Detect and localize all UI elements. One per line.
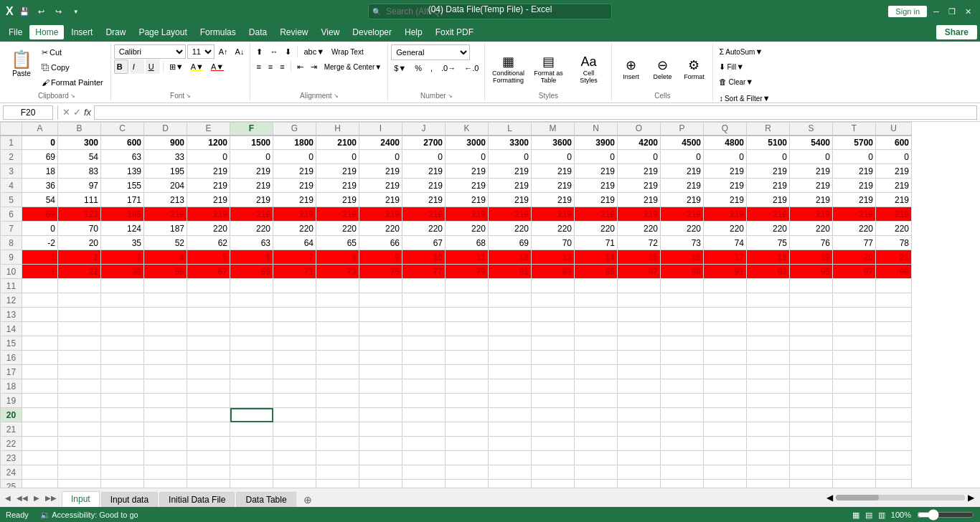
table-cell[interactable]: 219 [532, 207, 575, 222]
menu-page-layout[interactable]: Page Layout [133, 25, 192, 39]
table-cell[interactable] [532, 322, 575, 336]
table-cell[interactable]: 65 [316, 236, 359, 250]
table-cell[interactable]: 600 [876, 136, 912, 150]
table-cell[interactable] [618, 351, 661, 365]
table-cell[interactable]: 219 [618, 193, 661, 207]
table-cell[interactable]: 54 [58, 150, 101, 164]
table-cell[interactable]: 220 [876, 222, 912, 236]
table-cell[interactable]: 0 [316, 150, 359, 164]
table-cell[interactable]: 219 [790, 179, 833, 193]
table-cell[interactable] [187, 336, 230, 351]
table-cell[interactable] [144, 408, 187, 422]
table-cell[interactable]: 219 [273, 193, 316, 207]
table-cell[interactable]: 0 [359, 150, 402, 164]
table-cell[interactable] [661, 293, 704, 308]
table-cell[interactable]: 219 [316, 164, 359, 179]
table-cell[interactable] [489, 422, 532, 437]
table-cell[interactable]: 0 [876, 150, 912, 164]
table-cell[interactable]: 219 [402, 207, 446, 222]
table-cell[interactable]: 220 [661, 222, 704, 236]
table-cell[interactable] [316, 293, 359, 308]
table-cell[interactable] [446, 480, 489, 488]
table-cell[interactable]: 219 [230, 193, 273, 207]
table-cell[interactable] [273, 422, 316, 437]
table-cell[interactable] [618, 293, 661, 308]
table-cell[interactable]: 219 [489, 179, 532, 193]
table-cell[interactable]: 78 [876, 236, 912, 250]
table-cell[interactable]: 219 [489, 164, 532, 179]
table-cell[interactable] [489, 451, 532, 465]
table-cell[interactable] [661, 308, 704, 322]
table-cell[interactable]: 81 [489, 265, 532, 279]
table-cell[interactable]: 70 [58, 222, 101, 236]
col-header-R[interactable]: R [747, 123, 790, 136]
col-header-G[interactable]: G [273, 123, 316, 136]
table-cell[interactable] [575, 480, 618, 488]
table-cell[interactable] [833, 308, 876, 322]
table-cell[interactable] [532, 422, 575, 437]
table-cell[interactable] [532, 365, 575, 379]
align-center-icon[interactable]: ≡ [265, 60, 275, 74]
table-cell[interactable]: 89 [661, 265, 704, 279]
table-cell[interactable] [704, 394, 747, 408]
table-cell[interactable]: 5400 [790, 136, 833, 150]
table-cell[interactable]: 220 [402, 222, 446, 236]
table-cell[interactable] [402, 480, 446, 488]
spreadsheet-scroll[interactable]: A B C D E F G H I J K L M N O P Q [0, 122, 980, 488]
table-cell[interactable]: 83 [532, 265, 575, 279]
table-cell[interactable] [230, 293, 273, 308]
table-cell[interactable] [575, 451, 618, 465]
table-cell[interactable] [575, 465, 618, 480]
table-cell[interactable] [575, 379, 618, 394]
table-cell[interactable]: 195 [144, 164, 187, 179]
table-cell[interactable] [876, 293, 912, 308]
table-cell[interactable]: 220 [273, 222, 316, 236]
table-cell[interactable]: 71 [273, 265, 316, 279]
table-cell[interactable] [144, 465, 187, 480]
table-cell[interactable] [101, 351, 144, 365]
table-cell[interactable] [402, 408, 446, 422]
table-cell[interactable]: 93 [747, 265, 790, 279]
view-page-layout-icon[interactable]: ▤ [865, 511, 872, 520]
menu-view[interactable]: View [316, 25, 346, 39]
table-cell[interactable]: 54 [22, 193, 58, 207]
table-cell[interactable] [101, 451, 144, 465]
table-cell[interactable] [144, 480, 187, 488]
table-cell[interactable]: 33 [144, 150, 187, 164]
table-cell[interactable] [704, 379, 747, 394]
table-cell[interactable] [316, 336, 359, 351]
table-cell[interactable] [489, 394, 532, 408]
table-cell[interactable] [532, 480, 575, 488]
copy-button[interactable]: ⿻ Copy [39, 60, 106, 75]
undo-icon[interactable]: ↩ [35, 5, 48, 18]
col-header-U[interactable]: U [876, 123, 912, 136]
table-cell[interactable] [704, 465, 747, 480]
table-cell[interactable] [187, 308, 230, 322]
sheet-next-icon[interactable]: ▶ [32, 494, 42, 502]
clipboard-expand-icon[interactable]: ↘ [70, 92, 75, 99]
align-top-icon[interactable]: ⬆ [253, 44, 265, 59]
table-cell[interactable]: 220 [618, 222, 661, 236]
table-cell[interactable] [489, 408, 532, 422]
table-cell[interactable]: 36 [22, 179, 58, 193]
menu-data[interactable]: Data [243, 25, 273, 39]
table-cell[interactable]: 219 [704, 207, 747, 222]
table-cell[interactable] [489, 465, 532, 480]
col-header-S[interactable]: S [790, 123, 833, 136]
table-cell[interactable]: 219 [402, 193, 446, 207]
table-cell[interactable] [144, 394, 187, 408]
table-cell[interactable] [704, 322, 747, 336]
table-cell[interactable] [833, 437, 876, 451]
table-cell[interactable] [833, 394, 876, 408]
table-cell[interactable] [58, 422, 101, 437]
table-cell[interactable] [876, 336, 912, 351]
delete-cells-button[interactable]: ⊖ Delete [648, 50, 677, 87]
menu-insert[interactable]: Insert [65, 25, 98, 39]
share-button[interactable]: Share [936, 25, 977, 39]
number-expand-icon[interactable]: ↘ [448, 92, 453, 99]
table-cell[interactable]: 0 [446, 150, 489, 164]
close-button[interactable]: ✕ [961, 5, 974, 18]
table-cell[interactable] [58, 408, 101, 422]
table-cell[interactable] [22, 293, 58, 308]
table-cell[interactable] [230, 351, 273, 365]
